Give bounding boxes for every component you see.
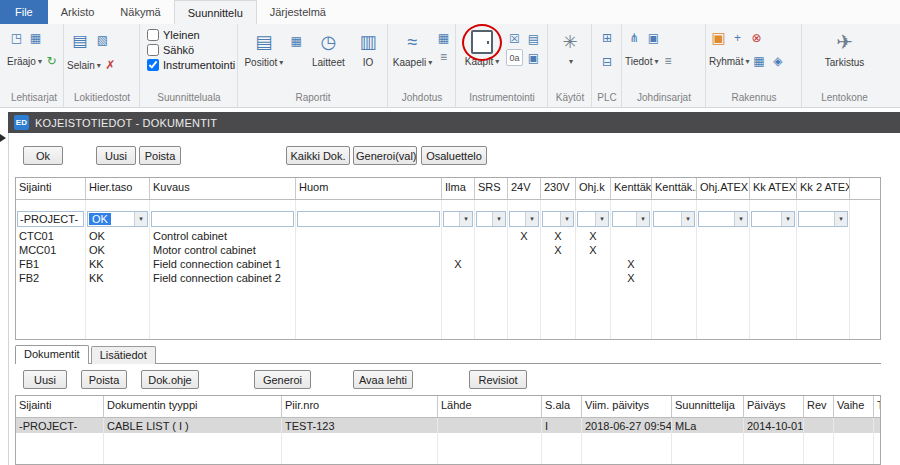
generoi-val-button[interactable]: Generoi(val) (353, 146, 417, 165)
plc-import-icon[interactable]: ⊞ (599, 29, 616, 46)
kuva-icon[interactable]: ▣ (525, 49, 542, 66)
harness-window-icon[interactable]: ▣ (645, 29, 662, 46)
combo-caret-icon[interactable]: ▾ (492, 212, 505, 226)
checkbox-sahko[interactable]: Sähkö (147, 44, 231, 56)
editor-ohjatex-combobox[interactable]: ▾ (698, 211, 748, 227)
cell (652, 243, 697, 257)
tab-arkisto[interactable]: Arkisto (48, 0, 108, 24)
sahko-checkbox-input[interactable] (147, 44, 159, 56)
combo-caret-icon[interactable]: ▾ (134, 212, 147, 226)
editor-kk2atex-combobox[interactable]: ▾ (798, 211, 848, 227)
tab-dokumentit[interactable]: Dokumentit (15, 345, 89, 364)
avaa-lehti-button[interactable]: Avaa lehti (353, 370, 413, 389)
combo-caret-icon[interactable]: ▾ (595, 212, 608, 226)
poista-dok-button[interactable]: Poista (81, 370, 127, 389)
kaapit-button[interactable]: Kaapit (459, 28, 505, 67)
plc-export-icon[interactable]: ⊟ (599, 53, 616, 70)
combo-caret-icon[interactable]: ▾ (834, 212, 847, 226)
sheet-series-icon[interactable]: ◳ (8, 29, 25, 46)
dok-ohje-button[interactable]: Dok.ohje (141, 370, 199, 389)
cell (652, 271, 697, 285)
combo-caret-icon[interactable]: ▾ (525, 212, 538, 226)
app-ed-icon: ED (14, 115, 29, 130)
eraajo-button[interactable]: Eräajo (7, 56, 42, 67)
column-header: Ohj.ATEX (697, 178, 750, 199)
io-button[interactable]: ▥ IO (351, 28, 385, 68)
tab-nakyma[interactable]: Näkymä (107, 0, 173, 24)
editor-230v-combobox[interactable]: ▾ (542, 211, 574, 227)
tab-jarjestelma[interactable]: Järjestelmä (257, 0, 339, 24)
kaapeli-button[interactable]: ≈ Kaapeli (391, 28, 434, 68)
log-folder-icon[interactable]: ▧ (94, 32, 111, 49)
remove-group-icon[interactable]: ⊗ (748, 29, 765, 46)
table-row[interactable]: FB1KKField connection cabinet 1XX (16, 257, 880, 271)
editor-24v-combobox[interactable]: ▾ (509, 211, 539, 227)
table-row[interactable]: MCC01OKMotor control cabinetXX (16, 243, 880, 257)
laitteet-button[interactable]: ◷ Laitteet (306, 28, 352, 68)
instrumentointi-checkbox-input[interactable] (147, 59, 159, 71)
selain-button[interactable]: Selain (67, 60, 101, 71)
combo-caret-icon[interactable]: ▾ (734, 212, 747, 226)
cell: Control cabinet (150, 229, 296, 243)
uusi-dok-button[interactable]: Uusi (23, 370, 67, 389)
editor-huom-input[interactable] (297, 211, 440, 227)
harness-list-icon[interactable]: ≡ (659, 52, 676, 69)
oa-doc-icon[interactable]: 0a (506, 49, 523, 66)
kaapeli-cable-icon: ≈ (400, 29, 426, 55)
yleinen-checkbox-input[interactable] (147, 29, 159, 41)
ok-button[interactable]: Ok (23, 146, 63, 165)
combo-caret-icon[interactable]: ▾ (459, 212, 472, 226)
cell: 2014-10-01 (744, 418, 804, 433)
add-group-icon[interactable]: + (729, 29, 746, 46)
tarkistus-button[interactable]: ✈ Tarkistus (815, 28, 875, 68)
combo-caret-icon[interactable]: ▾ (681, 212, 694, 226)
report-grid-icon[interactable]: ▦ (288, 32, 305, 49)
tab-suunnittelu[interactable]: Suunnittelu (174, 0, 257, 24)
group-grid-icon[interactable]: ▦ (750, 52, 767, 69)
generoi-button[interactable]: Generoi (254, 370, 311, 389)
cable-tree-icon[interactable]: ▦ (435, 29, 452, 46)
editor-kuvaus-input[interactable] (151, 211, 294, 227)
refresh-icon[interactable]: ↻ (43, 52, 60, 69)
uusi-button[interactable]: Uusi (96, 146, 136, 165)
kaapit-export-icon[interactable]: ☒ (506, 30, 523, 47)
ryhmat-button[interactable]: Ryhmät (709, 56, 749, 67)
xml-delete-icon[interactable]: ✗ (102, 56, 119, 73)
combo-caret-icon[interactable]: ▾ (636, 212, 649, 226)
editor-kenttak2-combobox[interactable]: ▾ (653, 211, 695, 227)
checkbox-instrumentointi[interactable]: Instrumentointi (147, 59, 231, 71)
table-row[interactable]: CTC01OKControl cabinetXXX (16, 229, 880, 243)
checkbox-yleinen[interactable]: Yleinen (147, 29, 231, 41)
editor-kkatex-combobox[interactable]: ▾ (751, 211, 795, 227)
table-row[interactable]: FB2KKField connection cabinet 2X (16, 271, 880, 285)
ribbon-group-johdinsarjat: ⋔ ▣ Tiedot ≡ Johdinsarjat (622, 24, 706, 107)
kaikki-dok-button[interactable]: Kaikki Dok. (286, 146, 350, 165)
group-diamond-icon[interactable]: ◈ (769, 52, 786, 69)
harness-tree-icon[interactable]: ⋔ (626, 29, 643, 46)
table-row-selected[interactable]: -PROJECT-CABLE LIST ( I )TEST-123I2018-0… (16, 418, 880, 433)
editor-ohjk-combobox[interactable]: ▾ (577, 211, 609, 227)
tab-lisatiedot[interactable]: Lisätiedot (91, 346, 156, 364)
cell (652, 257, 697, 271)
combo-caret-icon[interactable]: ▾ (560, 212, 573, 226)
kaytot-button[interactable]: ✳ (551, 28, 589, 66)
checkbox-label: Sähkö (163, 44, 194, 56)
positiot-button[interactable]: ▤ Positiot (241, 28, 287, 68)
cell (697, 257, 750, 271)
editor-sijainti-field[interactable]: -PROJECT- (17, 211, 84, 227)
cable-list-icon[interactable]: ≡ (435, 48, 452, 65)
revisiot-button[interactable]: Revisiot (469, 370, 527, 389)
kaapit-window-icon[interactable]: ▤ (525, 30, 542, 47)
sheet-grid-icon[interactable]: ▦ (27, 29, 44, 46)
editor-srs-combobox[interactable]: ▾ (476, 211, 506, 227)
osaluettelo-button[interactable]: Osaluettelo (421, 146, 487, 165)
editor-hier-taso-combobox[interactable]: OK▾ (87, 211, 148, 227)
tiedot-button[interactable]: Tiedot (625, 56, 658, 67)
tab-file[interactable]: File (0, 0, 48, 24)
editor-kenttak-combobox[interactable]: ▾ (612, 211, 650, 227)
poista-button[interactable]: Poista (139, 146, 181, 165)
editor-ilma-combobox[interactable]: ▾ (443, 211, 473, 227)
combo-caret-icon[interactable]: ▾ (781, 212, 794, 226)
table-row (16, 461, 880, 465)
cell: CABLE LIST ( I ) (104, 418, 282, 433)
